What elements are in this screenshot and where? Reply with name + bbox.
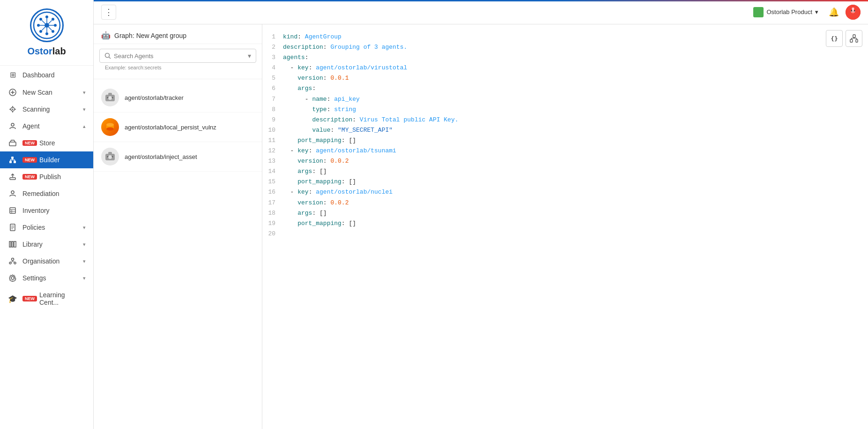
sidebar-item-policies[interactable]: Policies ▾: [0, 219, 93, 236]
svg-rect-44: [12, 241, 13, 247]
settings-arrow: ▾: [83, 275, 86, 281]
svg-point-65: [107, 97, 109, 98]
topbar-right: Ostorlab Product ▾ 🔔: [749, 5, 861, 20]
svg-point-4: [37, 24, 40, 27]
publish-badge: new: [22, 174, 37, 180]
sidebar-item-scanning[interactable]: Scanning ▾: [0, 101, 93, 118]
graph-icon: [850, 34, 858, 43]
svg-point-52: [11, 277, 14, 279]
code-line-5: 5 version: 0.0.1: [266, 73, 861, 83]
code-line-12: 12 - key: agent/ostorlab/tsunami: [266, 146, 861, 156]
db-icon: [104, 120, 117, 134]
sidebar-item-new-scan[interactable]: New Scan ▾: [0, 84, 93, 101]
avatar-image: [846, 5, 861, 20]
code-line-6: 6 args:: [266, 83, 861, 94]
sidebar-label-settings: Settings: [22, 274, 83, 282]
sidebar-item-store[interactable]: new Store: [0, 135, 93, 151]
code-line-13: 13 version: 0.0.2: [266, 156, 861, 166]
svg-line-16: [48, 21, 52, 24]
code-line-4: 4 - key: agent/ostorlab/virustotal: [266, 63, 861, 73]
svg-point-70: [106, 123, 114, 127]
organisation-arrow: ▾: [83, 258, 86, 264]
panel-header: 🤖 Graph: New Agent group: [94, 24, 262, 44]
search-bar: ▾ Example: search:secrets: [94, 44, 262, 79]
sidebar-label-organisation: Organisation: [22, 257, 83, 265]
svg-point-63: [108, 96, 112, 100]
sidebar-item-publish[interactable]: new Publish: [0, 168, 93, 185]
code-line-8: 8 type: string: [266, 105, 861, 115]
code-format-button[interactable]: {}: [826, 30, 843, 47]
agent-item-local-persist[interactable]: agent/ostorlab/local_persist_vulnz: [94, 113, 262, 142]
search-dropdown-icon[interactable]: ▾: [248, 52, 251, 60]
settings-icon: [7, 274, 18, 282]
menu-dots-button[interactable]: ⋮: [101, 5, 116, 20]
svg-rect-25: [9, 161, 12, 163]
code-graph-button[interactable]: [846, 30, 862, 47]
policies-icon: [7, 224, 18, 231]
sidebar-item-agent[interactable]: Agent ▴: [0, 118, 93, 135]
agent-list: agent/ostorlab/tracker agent/ostorlab/lo…: [94, 79, 262, 175]
workspace-selector[interactable]: Ostorlab Product ▾: [749, 5, 822, 19]
sidebar-item-library[interactable]: Library ▾: [0, 236, 93, 253]
sidebar-label-builder: Builder: [39, 156, 86, 164]
search-icon: [104, 53, 111, 59]
new-scan-icon: [7, 89, 18, 96]
main-area: ⋮ Ostorlab Product ▾ 🔔: [94, 0, 868, 429]
svg-point-66: [112, 97, 113, 98]
agent-name-tracker: agent/ostorlab/tracker: [125, 94, 184, 101]
notification-bell[interactable]: 🔔: [829, 7, 839, 17]
agent-arrow: ▴: [83, 123, 86, 129]
sidebar-item-builder[interactable]: new Builder: [0, 151, 93, 168]
code-line-1: 1 kind: AgentGroup: [266, 32, 861, 42]
svg-point-59: [852, 11, 854, 13]
code-line-14: 14 args: []: [266, 166, 861, 177]
code-editor[interactable]: 1 kind: AgentGroup 2 description: Groupi…: [262, 24, 868, 429]
svg-rect-35: [10, 208, 15, 213]
code-lines: 1 kind: AgentGroup 2 description: Groupi…: [266, 32, 861, 239]
svg-point-9: [39, 30, 42, 33]
svg-rect-43: [9, 241, 11, 247]
learning-icon: 🎓: [7, 294, 18, 303]
code-line-19: 19 port_mapping: []: [266, 218, 861, 229]
svg-rect-27: [14, 161, 16, 163]
workspace-icon: [753, 7, 764, 17]
sidebar-item-remediation[interactable]: Remediation: [0, 185, 93, 202]
agent-item-tracker[interactable]: agent/ostorlab/tracker: [94, 83, 262, 113]
dashboard-icon: ⊞: [7, 70, 18, 79]
policies-arrow: ▾: [83, 225, 86, 231]
svg-rect-73: [108, 152, 112, 154]
code-line-20: 20: [266, 229, 861, 239]
code-toolbar: {}: [826, 30, 862, 47]
sidebar-label-dashboard: Dashboard: [22, 71, 86, 79]
scanning-arrow: ▾: [83, 106, 86, 113]
agent-item-inject-asset[interactable]: agent/ostorlab/inject_asset: [94, 142, 262, 172]
sidebar-item-organisation[interactable]: Organisation ▾: [0, 253, 93, 270]
left-panel: 🤖 Graph: New Agent group ▾ Example: sear…: [94, 24, 262, 429]
library-icon: [7, 241, 18, 248]
topbar-progress: [94, 0, 868, 1]
sidebar-label-scanning: Scanning: [22, 105, 83, 113]
sidebar-label-inventory: Inventory: [22, 207, 86, 214]
code-line-18: 18 args: []: [266, 208, 861, 218]
sidebar-item-inventory[interactable]: Inventory: [0, 202, 93, 219]
store-icon: [7, 139, 18, 147]
sidebar-item-dashboard[interactable]: ⊞ Dashboard: [0, 66, 93, 84]
agent-avatar-tracker: [101, 89, 119, 106]
user-avatar[interactable]: [846, 5, 861, 20]
code-line-7: 7 - name: api_key: [266, 94, 861, 105]
svg-point-34: [11, 191, 14, 194]
svg-point-7: [52, 30, 54, 33]
panel-title: Graph: New Agent group: [114, 32, 186, 39]
agent-name-inject-asset: agent/ostorlab/inject_asset: [125, 153, 197, 160]
logo-area: Ostorlab: [0, 0, 93, 66]
panel-icon: 🤖: [101, 31, 111, 40]
svg-point-72: [108, 155, 112, 159]
sidebar-item-learning[interactable]: 🎓 new Learning Cent...: [0, 286, 93, 311]
svg-rect-45: [14, 241, 16, 247]
sidebar-nav: ⊞ Dashboard New Scan ▾ Scanning ▾ Agent …: [0, 66, 93, 429]
search-input[interactable]: [114, 53, 248, 60]
sidebar-label-library: Library: [22, 241, 83, 248]
workspace-name: Ostorlab Product: [766, 8, 812, 15]
sidebar: Ostorlab ⊞ Dashboard New Scan ▾ Scanning…: [0, 0, 94, 429]
sidebar-item-settings[interactable]: Settings ▾: [0, 270, 93, 286]
